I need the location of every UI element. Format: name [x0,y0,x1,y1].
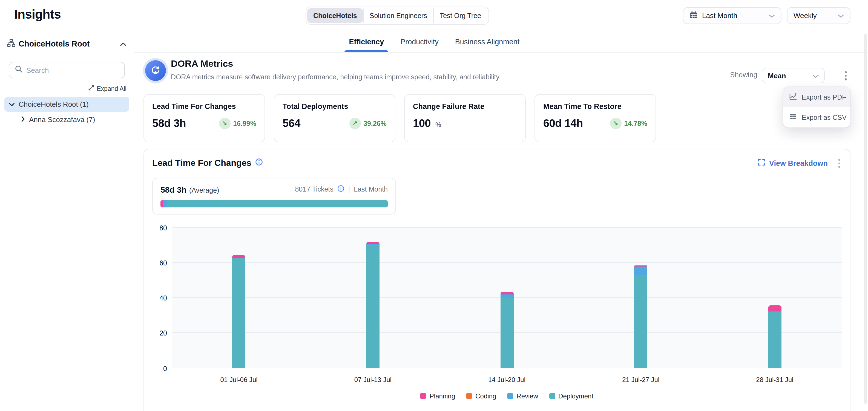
dora-cycle-icon [145,60,166,81]
org-tab-solution-engineers[interactable]: Solution Engineers [363,8,433,23]
vertical-scrollbar[interactable] [864,34,867,404]
showing-mean-select[interactable]: Mean [762,68,825,83]
x-tick-label: 07 Jul-13 Jul [354,376,392,383]
average-label: (Average) [189,186,219,194]
showing-label: Showing [730,71,757,79]
card-value: 100 [413,117,431,129]
tree-item-label: ChoiceHotels Root (1) [19,100,89,108]
chart-line-icon [789,93,797,102]
org-tab-group: ChoiceHotels Solution Engineers Test Org… [306,7,489,25]
main-area: Efficiency Productivity Business Alignme… [134,31,868,411]
chevron-down-icon[interactable] [9,100,15,108]
lead-time-chart: 020406080 01 Jul-06 Jul07 Jul-13 Jul14 J… [152,228,842,400]
legend-item-review[interactable]: Review [507,392,538,400]
chart-legend: PlanningCodingReviewDeployment [172,392,842,400]
menu-item-export-csv[interactable]: Export as CSV [783,107,850,128]
tab-productivity[interactable]: Productivity [400,38,439,52]
y-tick-label: 60 [159,260,167,267]
card-lead-time-for-changes[interactable]: Lead Time For Changes 58d 3h ↘ 16.99% [144,94,265,142]
chevron-up-icon[interactable] [120,39,126,49]
card-title: Total Deployments [283,102,386,110]
expand-all-label: Expand All [97,85,126,92]
delta-value: 16.99% [233,119,256,127]
trend-up-icon: ↗ [349,118,361,129]
chevron-down-icon [813,71,819,80]
tree-item-label: Anna Scozzafava (7) [29,115,95,124]
table-icon [789,113,797,122]
plot-area [172,228,842,368]
bar-segment-planning [232,255,246,258]
bar-segment-planning [500,292,514,295]
bar-segment-deployment [634,274,647,368]
legend-swatch [420,393,426,399]
bar-segment-planning [768,305,781,312]
bar-week-5[interactable] [768,305,781,368]
sidebar-header[interactable]: ChoiceHotels Root [0,37,134,51]
bar-segment-deployment [232,258,246,368]
dora-header: DORA Metrics DORA metrics measure softwa… [144,58,850,89]
y-axis: 020406080 [152,228,167,368]
sidebar-divider [0,56,134,56]
info-icon[interactable] [255,159,263,168]
bar-week-2[interactable] [366,242,379,368]
card-mean-time-to-restore[interactable]: Mean Time To Restore 60d 14h ↘ 14.78% [534,94,656,142]
granularity-dropdown[interactable]: Weekly [787,7,850,24]
legend-swatch [507,393,513,399]
card-title: Lead Time For Changes [152,102,256,110]
card-value: 564 [283,117,300,130]
card-value: 60d 14h [543,117,583,130]
panel-kebab-menu-button[interactable] [837,157,842,169]
insights-page: Insights ChoiceHotels Solution Engineers… [0,0,868,411]
export-menu: Export as PDF Export as CSV [783,87,850,128]
legend-item-planning[interactable]: Planning [420,392,455,400]
bar-week-3[interactable] [500,292,514,368]
date-range-dropdown[interactable]: Last Month [683,7,781,24]
org-tab-test-org-tree[interactable]: Test Org Tree [433,8,487,23]
card-total-deployments[interactable]: Total Deployments 564 ↗ 39.26% [274,94,395,142]
card-change-failure-rate[interactable]: Change Failure Rate 100 % [404,94,526,142]
expand-all-button[interactable]: Expand All [88,85,126,92]
average-summary-card: 58d 3h (Average) 8017 Tickets | Last Mon… [152,178,396,214]
x-tick-label: 14 Jul-20 Jul [488,376,525,383]
dora-metric-cards: Lead Time For Changes 58d 3h ↘ 16.99% To… [144,94,850,142]
tab-business-alignment[interactable]: Business Alignment [455,38,520,52]
search-input[interactable] [26,66,119,74]
org-tab-choicehotels[interactable]: ChoiceHotels [307,8,363,23]
y-tick-label: 40 [159,295,167,302]
legend-item-deployment[interactable]: Deployment [549,392,593,400]
info-icon[interactable] [337,185,344,194]
bar-segment-deployment [500,298,514,368]
legend-item-coding[interactable]: Coding [466,392,496,400]
progress-segment-review [163,200,167,207]
tickets-count: 8017 Tickets [295,185,333,193]
view-breakdown-button[interactable]: View Breakdown [758,159,828,168]
calendar-icon [689,11,698,21]
showing-mean-value: Mean [768,71,786,80]
gridline [172,227,842,228]
chevron-right-icon[interactable] [21,115,25,124]
menu-item-label: Export as PDF [802,93,846,101]
progress-segment-planning [160,200,163,207]
meta-divider: | [348,185,350,193]
delta-badge: ↗ 39.26% [349,118,386,129]
legend-label: Review [517,392,538,400]
tab-efficiency[interactable]: Efficiency [349,38,384,52]
menu-item-export-pdf[interactable]: Export as PDF [783,87,850,107]
card-title: Change Failure Rate [413,102,517,110]
bar-week-4[interactable] [634,266,647,368]
dora-kebab-menu-button[interactable] [843,69,848,82]
bar-segment-deployment [768,312,781,368]
granularity-value: Weekly [794,11,817,20]
card-value-suffix: % [435,121,441,129]
y-tick-label: 80 [159,224,167,232]
x-tick-label: 28 Jul-31 Jul [756,376,793,383]
tree-item-root[interactable]: ChoiceHotels Root (1) [4,97,129,112]
sidebar-search[interactable] [9,62,125,78]
tree-item-anna-scozzafava[interactable]: Anna Scozzafava (7) [4,112,129,127]
expand-all-icon [88,85,94,92]
legend-swatch [549,393,555,399]
delta-badge: ↘ 16.99% [219,118,256,129]
bar-week-1[interactable] [232,255,246,368]
gridline [172,262,842,263]
legend-swatch [466,393,472,399]
